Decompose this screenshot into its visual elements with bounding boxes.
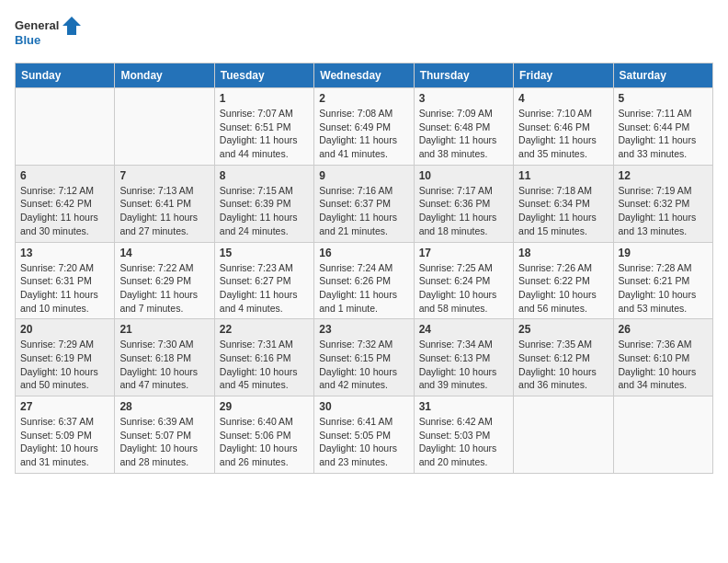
calendar-cell: 3Sunrise: 7:09 AMSunset: 6:48 PMDaylight… [414, 88, 513, 166]
sunrise-text: Sunrise: 7:18 AM [518, 184, 608, 198]
sunset-text: Sunset: 6:41 PM [119, 197, 209, 211]
daylight-text: Daylight: 11 hours and 38 minutes. [419, 133, 508, 160]
day-detail: Sunrise: 6:40 AMSunset: 5:06 PMDaylight:… [220, 415, 309, 469]
calendar-table: SundayMondayTuesdayWednesdayThursdayFrid… [15, 63, 713, 474]
sunrise-text: Sunrise: 7:09 AM [419, 107, 508, 121]
sunrise-text: Sunrise: 7:25 AM [419, 261, 508, 275]
calendar-week-2: 6Sunrise: 7:12 AMSunset: 6:42 PMDaylight… [16, 165, 713, 242]
day-detail: Sunrise: 7:36 AMSunset: 6:10 PMDaylight:… [619, 338, 708, 392]
calendar-cell: 16Sunrise: 7:24 AMSunset: 6:26 PMDayligh… [314, 242, 414, 319]
daylight-text: Daylight: 11 hours and 33 minutes. [619, 133, 708, 160]
day-detail: Sunrise: 7:18 AMSunset: 6:34 PMDaylight:… [518, 184, 608, 238]
day-number: 1 [220, 92, 309, 105]
calendar-cell: 2Sunrise: 7:08 AMSunset: 6:49 PMDaylight… [314, 88, 414, 166]
sunrise-text: Sunrise: 7:32 AM [319, 338, 408, 351]
daylight-text: Daylight: 10 hours and 47 minutes. [119, 365, 209, 392]
sunrise-text: Sunrise: 7:24 AM [319, 261, 408, 275]
day-number: 11 [518, 169, 608, 182]
sunrise-text: Sunrise: 6:42 AM [419, 415, 508, 429]
header-sunday: Sunday [16, 63, 115, 88]
calendar-cell: 1Sunrise: 7:07 AMSunset: 6:51 PMDaylight… [214, 88, 313, 166]
day-number: 10 [419, 169, 508, 182]
calendar-cell: 12Sunrise: 7:19 AMSunset: 6:32 PMDayligh… [613, 165, 712, 242]
sunrise-text: Sunrise: 7:34 AM [419, 338, 508, 351]
day-number: 12 [619, 169, 708, 182]
day-number: 15 [220, 247, 309, 259]
daylight-text: Daylight: 11 hours and 7 minutes. [119, 288, 209, 315]
day-number: 26 [619, 323, 708, 336]
sunrise-text: Sunrise: 6:39 AM [119, 415, 209, 429]
day-number: 21 [119, 323, 209, 336]
sunrise-text: Sunrise: 7:23 AM [220, 261, 309, 275]
header-friday: Friday [514, 63, 613, 88]
sunrise-text: Sunrise: 6:37 AM [20, 415, 109, 429]
day-number: 25 [518, 323, 608, 336]
day-number: 19 [619, 247, 708, 259]
day-number: 17 [419, 247, 508, 259]
daylight-text: Daylight: 10 hours and 36 minutes. [518, 365, 608, 392]
sunset-text: Sunset: 6:48 PM [419, 121, 508, 134]
daylight-text: Daylight: 10 hours and 56 minutes. [518, 288, 608, 315]
calendar-cell: 23Sunrise: 7:32 AMSunset: 6:15 PMDayligh… [314, 319, 414, 396]
calendar-cell: 27Sunrise: 6:37 AMSunset: 5:09 PMDayligh… [16, 396, 115, 474]
calendar-cell: 11Sunrise: 7:18 AMSunset: 6:34 PMDayligh… [514, 165, 613, 242]
calendar-cell: 31Sunrise: 6:42 AMSunset: 5:03 PMDayligh… [414, 396, 513, 474]
calendar-cell [514, 396, 613, 474]
day-number: 8 [220, 169, 309, 182]
sunset-text: Sunset: 5:03 PM [419, 429, 508, 442]
daylight-text: Daylight: 11 hours and 44 minutes. [220, 133, 309, 160]
calendar-cell: 28Sunrise: 6:39 AMSunset: 5:07 PMDayligh… [115, 396, 214, 474]
daylight-text: Daylight: 11 hours and 4 minutes. [220, 288, 309, 315]
day-detail: Sunrise: 7:26 AMSunset: 6:22 PMDaylight:… [518, 261, 608, 316]
calendar-cell: 8Sunrise: 7:15 AMSunset: 6:39 PMDaylight… [214, 165, 313, 242]
daylight-text: Daylight: 10 hours and 58 minutes. [419, 288, 508, 315]
daylight-text: Daylight: 10 hours and 23 minutes. [319, 442, 408, 468]
sunset-text: Sunset: 6:15 PM [319, 351, 408, 365]
daylight-text: Daylight: 11 hours and 35 minutes. [518, 133, 608, 160]
day-detail: Sunrise: 6:37 AMSunset: 5:09 PMDaylight:… [20, 415, 109, 469]
day-detail: Sunrise: 7:07 AMSunset: 6:51 PMDaylight:… [220, 107, 309, 161]
daylight-text: Daylight: 10 hours and 50 minutes. [20, 365, 109, 392]
day-detail: Sunrise: 7:28 AMSunset: 6:21 PMDaylight:… [619, 261, 708, 316]
calendar-cell: 10Sunrise: 7:17 AMSunset: 6:36 PMDayligh… [414, 165, 513, 242]
calendar-week-5: 27Sunrise: 6:37 AMSunset: 5:09 PMDayligh… [16, 396, 713, 474]
sunrise-text: Sunrise: 7:31 AM [220, 338, 309, 351]
day-number: 29 [220, 400, 309, 413]
day-detail: Sunrise: 7:24 AMSunset: 6:26 PMDaylight:… [319, 261, 408, 316]
daylight-text: Daylight: 11 hours and 15 minutes. [518, 211, 608, 237]
day-detail: Sunrise: 7:10 AMSunset: 6:46 PMDaylight:… [518, 107, 608, 161]
day-detail: Sunrise: 7:08 AMSunset: 6:49 PMDaylight:… [319, 107, 408, 161]
sunrise-text: Sunrise: 7:17 AM [419, 184, 508, 198]
daylight-text: Daylight: 11 hours and 41 minutes. [319, 133, 408, 160]
sunrise-text: Sunrise: 7:10 AM [518, 107, 608, 121]
day-detail: Sunrise: 6:39 AMSunset: 5:07 PMDaylight:… [119, 415, 209, 469]
calendar-cell: 22Sunrise: 7:31 AMSunset: 6:16 PMDayligh… [214, 319, 313, 396]
day-detail: Sunrise: 7:09 AMSunset: 6:48 PMDaylight:… [419, 107, 508, 161]
page-header: General Blue [15, 15, 713, 52]
calendar-cell: 24Sunrise: 7:34 AMSunset: 6:13 PMDayligh… [414, 319, 513, 396]
daylight-text: Daylight: 11 hours and 13 minutes. [619, 211, 708, 237]
calendar-cell: 19Sunrise: 7:28 AMSunset: 6:21 PMDayligh… [613, 242, 712, 319]
sunrise-text: Sunrise: 7:22 AM [119, 261, 209, 275]
calendar-cell: 4Sunrise: 7:10 AMSunset: 6:46 PMDaylight… [514, 88, 613, 166]
sunset-text: Sunset: 6:18 PM [119, 351, 209, 365]
daylight-text: Daylight: 10 hours and 34 minutes. [619, 365, 708, 392]
header-wednesday: Wednesday [314, 63, 414, 88]
calendar-cell: 15Sunrise: 7:23 AMSunset: 6:27 PMDayligh… [214, 242, 313, 319]
day-detail: Sunrise: 7:19 AMSunset: 6:32 PMDaylight:… [619, 184, 708, 238]
sunset-text: Sunset: 6:12 PM [518, 351, 608, 365]
calendar-cell [16, 88, 115, 166]
daylight-text: Daylight: 11 hours and 1 minute. [319, 288, 408, 315]
sunset-text: Sunset: 5:05 PM [319, 429, 408, 442]
calendar-week-3: 13Sunrise: 7:20 AMSunset: 6:31 PMDayligh… [16, 242, 713, 319]
sunrise-text: Sunrise: 7:35 AM [518, 338, 608, 351]
daylight-text: Daylight: 10 hours and 39 minutes. [419, 365, 508, 392]
sunset-text: Sunset: 6:21 PM [619, 274, 708, 288]
sunrise-text: Sunrise: 6:40 AM [220, 415, 309, 429]
calendar-cell: 26Sunrise: 7:36 AMSunset: 6:10 PMDayligh… [613, 319, 712, 396]
sunset-text: Sunset: 5:07 PM [119, 429, 209, 442]
day-number: 18 [518, 247, 608, 259]
day-number: 13 [20, 247, 109, 259]
calendar-cell: 6Sunrise: 7:12 AMSunset: 6:42 PMDaylight… [16, 165, 115, 242]
day-number: 14 [119, 247, 209, 259]
